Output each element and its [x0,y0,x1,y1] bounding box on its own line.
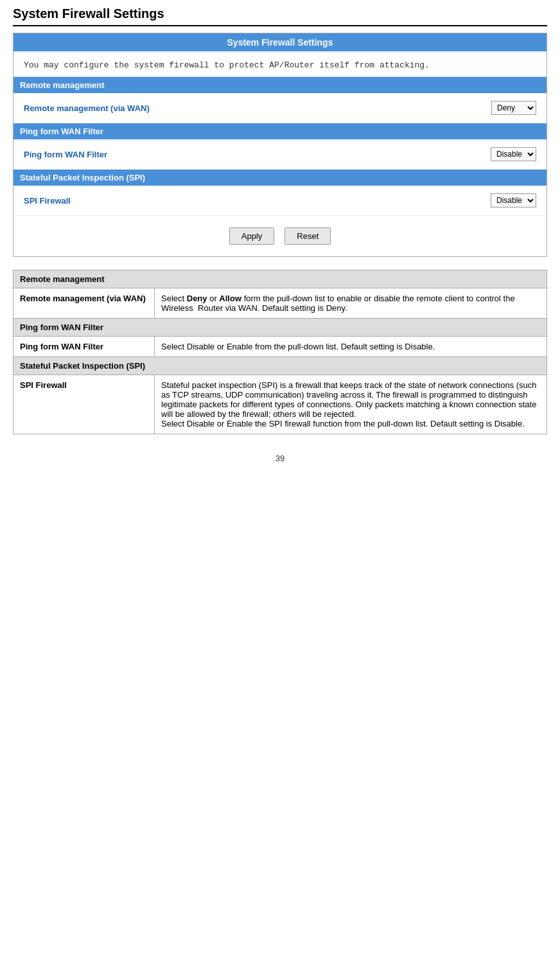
setting-row-spi-firewall: SPI Firewall Disable Enable [13,186,547,216]
table-section-header-cell: Remote management [13,270,547,288]
table-row: Remote management (via WAN) Select Deny … [13,288,547,319]
setting-control-remote-management-wan: Deny Allow [491,101,536,115]
table-label-remote-management-wan: Remote management (via WAN) [13,288,155,319]
table-section-ping-form-wan: Ping form WAN Filter [13,319,547,337]
setting-label-ping-form-wan: Ping form WAN Filter [24,150,491,159]
panel-header: System Firewall Settings [13,33,547,51]
table-desc-spi-firewall: Stateful packet inspection (SPI) is a fi… [155,375,547,434]
table-desc-ping-form-wan: Select Disable or Enable from the pull-d… [155,337,547,357]
setting-row-ping-form-wan: Ping form WAN Filter Disable Enable [13,139,547,170]
apply-button[interactable]: Apply [229,227,275,245]
table-section-header-cell-ping: Ping form WAN Filter [13,319,547,337]
table-section-header-cell-spi: Stateful Packet Inspection (SPI) [13,357,547,375]
setting-control-spi-firewall: Disable Enable [491,193,536,207]
table-row: Ping form WAN Filter Select Disable or E… [13,337,547,357]
main-panel: System Firewall Settings You may configu… [13,33,547,257]
section-header-remote-management: Remote management [13,77,547,93]
description-table: Remote management Remote management (via… [13,270,547,434]
section-header-ping-form-wan: Ping form WAN Filter [13,123,547,139]
table-label-spi-firewall: SPI Firewall [13,375,155,434]
setting-label-remote-management-wan: Remote management (via WAN) [24,103,491,113]
table-row: SPI Firewall Stateful packet inspection … [13,375,547,434]
reset-button[interactable]: Reset [284,227,331,245]
remote-management-wan-select[interactable]: Deny Allow [491,101,536,115]
ping-form-wan-select[interactable]: Disable Enable [491,147,536,161]
setting-label-spi-firewall: SPI Firewall [24,196,491,206]
table-desc-remote-management-wan: Select Deny or Allow form the pull-down … [155,288,547,319]
setting-row-remote-management-wan: Remote management (via WAN) Deny Allow [13,93,547,123]
table-section-spi: Stateful Packet Inspection (SPI) [13,357,547,375]
panel-description: You may configure the system firewall to… [13,51,547,77]
table-label-ping-form-wan: Ping form WAN Filter [13,337,155,357]
page-number: 39 [13,454,547,463]
setting-control-ping-form-wan: Disable Enable [491,147,536,161]
spi-firewall-select[interactable]: Disable Enable [491,193,536,207]
button-row: Apply Reset [13,216,547,256]
table-section-remote-management: Remote management [13,270,547,288]
page-title: System Firewall Settings [13,6,547,26]
section-header-spi: Stateful Packet Inspection (SPI) [13,170,547,186]
